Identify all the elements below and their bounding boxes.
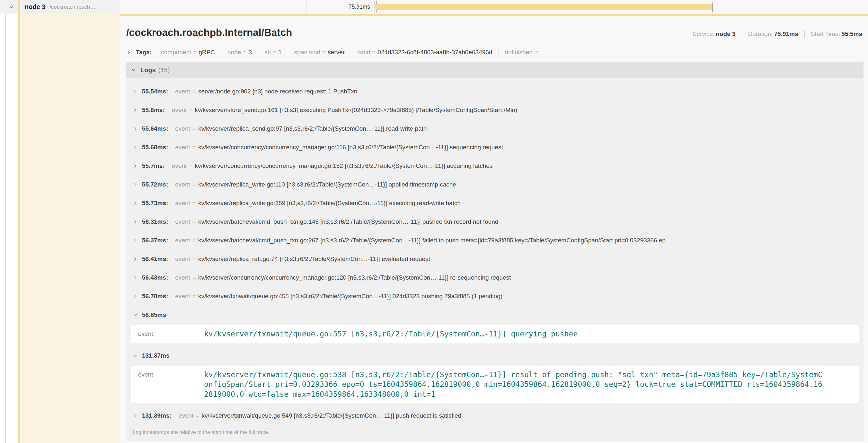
tag-pair: component=gRPC — [155, 49, 221, 56]
tag-value: gRPC — [198, 49, 215, 56]
log-timestamp: 55.7ms: — [142, 163, 165, 170]
log-key: event — [175, 237, 190, 244]
log-detail-card: event kv/kvserver/txnwait/queue.go:557 [… — [131, 325, 859, 343]
tag-key: unfinished — [505, 49, 533, 56]
log-value: kv/kvserver/replica_raft.go:74 [n3,s3,r6… — [198, 255, 430, 263]
chevron-down-icon — [133, 312, 138, 317]
tag-value: 3 — [248, 49, 252, 56]
log-entry[interactable]: 131.39ms: event = kv/kvserver/txnwait/qu… — [128, 406, 862, 425]
log-timestamp: 55.68ms: — [142, 144, 168, 151]
log-field-key: event — [138, 370, 204, 378]
span-bar[interactable] — [375, 4, 713, 10]
tag-pair: sb=1 — [258, 49, 288, 56]
log-entry-expanded-header[interactable]: 56.85ms — [128, 306, 862, 324]
log-entry-expanded-header[interactable]: 131.37ms — [128, 346, 862, 365]
log-entry[interactable]: 55.73ms: event = kv/kvserver/replica_wri… — [128, 194, 862, 212]
tag-key: sb — [265, 49, 271, 56]
selected-span-name-column — [20, 14, 120, 443]
logs-header[interactable]: Logs (15) — [126, 62, 864, 78]
log-entry[interactable]: 55.54ms: event = server/node.go:902 [n3]… — [128, 82, 862, 101]
equals-sign: = — [191, 49, 198, 56]
equals-sign: = — [320, 49, 328, 56]
log-entry[interactable]: 56.41ms: event = kv/kvserver/replica_raf… — [128, 250, 862, 268]
meta-value: 75.91ms — [774, 31, 798, 37]
chevron-right-icon — [133, 275, 138, 280]
equals-sign: = — [271, 49, 278, 56]
span-bar-end-marker — [712, 3, 713, 12]
chevron-right-icon — [133, 107, 138, 113]
log-key: event — [175, 255, 190, 263]
tags-row[interactable]: Tags: component=gRPC node=3 sb=1 span.ki… — [126, 43, 864, 60]
log-entry[interactable]: 56.37ms: event = kv/kvserver/batcheval/c… — [128, 231, 862, 250]
log-value: kv/kvserver/batcheval/cmd_push_txn.go:14… — [198, 218, 498, 225]
log-timestamp: 56.37ms: — [142, 237, 168, 244]
equals-sign: = — [370, 49, 377, 56]
log-key: event — [175, 200, 190, 207]
logs-count: (15) — [158, 66, 170, 74]
meta-label: Service: — [692, 31, 715, 37]
log-timestamp: 131.37ms — [142, 352, 169, 359]
log-key: event — [175, 218, 190, 225]
log-timestamp: 55.64ms: — [142, 125, 168, 132]
tag-key: txnid — [357, 49, 370, 56]
equals-sign: = — [192, 237, 196, 244]
meta-label: Start Time: — [811, 31, 840, 37]
log-key: event — [172, 107, 187, 114]
equals-sign: = — [192, 125, 196, 132]
log-value: kv/kvserver/concurrency/concurrency_mana… — [198, 274, 511, 281]
log-timestamp: 131.39ms: — [142, 412, 172, 419]
chevron-down-icon[interactable] — [131, 67, 136, 73]
equals-sign: = — [196, 412, 199, 419]
chevron-down-icon[interactable] — [9, 4, 14, 10]
equals-sign: = — [189, 107, 192, 114]
tags-label: Tags: — [136, 49, 152, 56]
span-duration-label: 75.91ms — [306, 0, 370, 14]
span-service-name: node 3 — [25, 3, 45, 10]
chevron-right-icon — [133, 182, 138, 187]
log-value: server/node.go:902 [n3] node received re… — [198, 88, 357, 95]
tag-value: server — [328, 49, 345, 56]
log-entry[interactable]: 55.64ms: event = kv/kvserver/replica_sen… — [128, 120, 862, 138]
log-entry[interactable]: 55.7ms: event = kv/kvserver/concurrency/… — [128, 157, 862, 175]
log-entry[interactable]: 55.68ms: event = kv/kvserver/concurrency… — [128, 138, 862, 157]
log-field-key: event — [138, 329, 204, 337]
chevron-right-icon — [133, 294, 138, 299]
span-accent-bar — [18, 0, 20, 443]
span-detail-meta: Service:node 3 Duration:75.91ms Start Ti… — [692, 31, 862, 38]
log-value: kv/kvserver/concurrency/concurrency_mana… — [198, 144, 503, 151]
equals-sign: = — [192, 144, 196, 151]
tag-pair: unfinished= — [498, 49, 546, 56]
equals-sign: = — [533, 49, 540, 56]
log-entry[interactable]: 55.72ms: event = kv/kvserver/replica_wri… — [128, 175, 862, 194]
chevron-down-icon — [133, 353, 138, 358]
log-timestamp: 56.43ms: — [142, 274, 168, 281]
chevron-right-icon[interactable] — [126, 50, 131, 55]
tag-pair: node=3 — [221, 49, 258, 56]
span-detail-header: /cockroach.roachpb.Internal/Batch Servic… — [126, 16, 864, 43]
log-entry[interactable]: 56.78ms: event = kv/kvserver/txnwait/que… — [128, 287, 862, 306]
span-operation-name: /cockroach.roach… — [50, 4, 95, 10]
log-value: kv/kvserver/txnwait/queue.go:549 [n3,s3,… — [202, 412, 462, 419]
log-entry[interactable]: 55.6ms: event = kv/kvserver/store_send.g… — [128, 101, 862, 120]
chevron-right-icon — [133, 89, 138, 94]
log-value: kv/kvserver/replica_write.go:110 [n3,s3,… — [198, 181, 456, 188]
logs-section: Logs (15) 55.54ms: event = server/node.g… — [126, 62, 864, 440]
chevron-right-icon — [133, 238, 138, 243]
log-key: event — [175, 293, 190, 300]
log-entry[interactable]: 56.31ms: event = kv/kvserver/batcheval/c… — [128, 212, 862, 231]
log-key: event — [175, 88, 190, 95]
log-timestamp: 55.6ms: — [142, 107, 165, 114]
log-key: event — [175, 181, 190, 188]
log-key: event — [175, 274, 190, 281]
log-value: kv/kvserver/replica_send.go:97 [n3,s3,r6… — [198, 125, 427, 132]
equals-sign: = — [192, 218, 196, 225]
log-key: event — [175, 125, 190, 132]
tag-pair: span.kind=server — [288, 49, 351, 56]
meta-start-time: Start Time:55.5ms — [804, 31, 862, 38]
logs-body: 55.54ms: event = server/node.go:902 [n3]… — [126, 78, 864, 440]
timeline-cell[interactable]: 75.91ms — [120, 0, 868, 14]
tag-value: 1 — [278, 49, 282, 56]
log-key: event — [179, 412, 193, 419]
span-row[interactable]: node 3 /cockroach.roach… 75.91ms — [0, 0, 868, 14]
log-entry[interactable]: 56.43ms: event = kv/kvserver/concurrency… — [128, 268, 862, 287]
